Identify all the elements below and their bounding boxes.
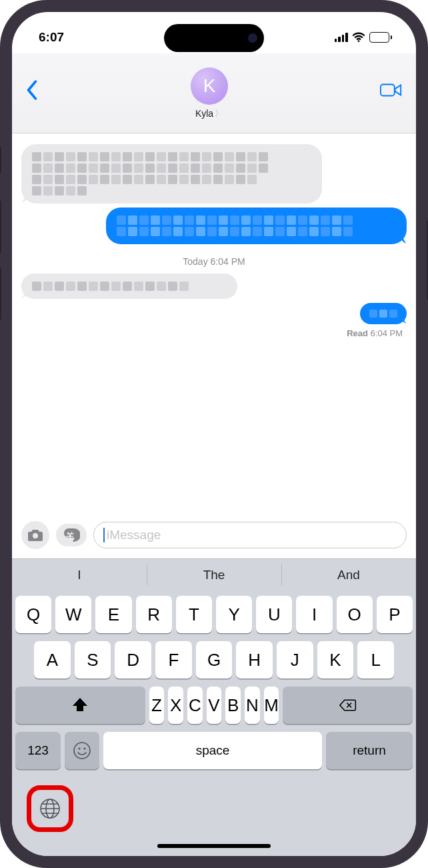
- highlight-annotation: [27, 785, 73, 832]
- wifi-icon: [352, 32, 365, 43]
- contact-info[interactable]: K Kyla 〉: [191, 67, 228, 119]
- home-indicator[interactable]: [157, 844, 271, 848]
- key-p[interactable]: P: [377, 596, 413, 633]
- message-placeholder: iMessage: [107, 528, 161, 542]
- message-bubble-sent: [106, 207, 407, 244]
- volume-up-button: [0, 200, 1, 254]
- key-q[interactable]: Q: [15, 596, 51, 633]
- svg-rect-0: [381, 84, 395, 95]
- keyboard-bottom-strip: [12, 776, 416, 856]
- key-t[interactable]: T: [176, 596, 212, 633]
- key-s[interactable]: S: [75, 641, 111, 679]
- cellular-signal-icon: [335, 33, 348, 42]
- key-u[interactable]: U: [256, 596, 292, 633]
- phone-frame: 6:07 24 K Kyla 〉: [0, 0, 428, 868]
- return-key[interactable]: return: [326, 732, 413, 769]
- svg-point-1: [33, 533, 38, 538]
- suggestion-2[interactable]: The: [147, 559, 281, 590]
- key-g[interactable]: G: [196, 641, 233, 679]
- shift-key[interactable]: [15, 687, 145, 724]
- key-v[interactable]: V: [207, 687, 222, 724]
- read-receipt: Read 6:04 PM: [25, 328, 403, 338]
- message-input-row: iMessage: [12, 517, 416, 558]
- key-x[interactable]: X: [168, 687, 183, 724]
- battery-icon: 24: [369, 32, 393, 43]
- space-key[interactable]: space: [103, 732, 322, 769]
- suggestion-3[interactable]: And: [281, 559, 416, 590]
- silent-switch: [0, 147, 1, 173]
- status-time: 6:07: [39, 30, 64, 45]
- emoji-key[interactable]: [65, 732, 99, 769]
- key-f[interactable]: F: [155, 641, 192, 679]
- volume-down-button: [0, 267, 1, 320]
- key-h[interactable]: H: [236, 641, 273, 679]
- apps-button[interactable]: [56, 524, 87, 546]
- message-bubble-received: [21, 274, 237, 299]
- key-n[interactable]: N: [245, 687, 260, 724]
- contact-name: Kyla: [195, 108, 213, 119]
- key-z[interactable]: Z: [149, 687, 165, 724]
- key-j[interactable]: J: [277, 641, 313, 679]
- key-w[interactable]: W: [55, 596, 91, 633]
- numbers-key[interactable]: 123: [15, 732, 61, 769]
- conversation-header: K Kyla 〉: [12, 53, 416, 133]
- globe-key[interactable]: [28, 787, 72, 831]
- key-k[interactable]: K: [317, 641, 354, 679]
- keyboard: QWERTYUIOP ASDFGHJKL ZXCVBNM 123 space r…: [12, 590, 416, 776]
- backspace-key[interactable]: [283, 687, 413, 724]
- timestamp-divider: Today 6:04 PM: [21, 256, 407, 267]
- dynamic-island: [164, 24, 264, 52]
- camera-button[interactable]: [21, 521, 49, 549]
- key-b[interactable]: B: [225, 687, 241, 724]
- key-m[interactable]: M: [264, 687, 279, 724]
- key-o[interactable]: O: [337, 596, 373, 633]
- key-d[interactable]: D: [115, 641, 151, 679]
- back-button[interactable]: [25, 80, 39, 103]
- contact-avatar: K: [191, 67, 228, 105]
- message-input[interactable]: iMessage: [93, 522, 407, 548]
- screen: 6:07 24 K Kyla 〉: [12, 12, 416, 856]
- facetime-button[interactable]: [380, 82, 403, 101]
- svg-point-4: [83, 747, 85, 749]
- key-r[interactable]: R: [136, 596, 172, 633]
- key-i[interactable]: I: [296, 596, 332, 633]
- key-l[interactable]: L: [357, 641, 394, 679]
- message-bubble-sent: [360, 303, 407, 324]
- key-y[interactable]: Y: [216, 596, 252, 633]
- key-a[interactable]: A: [34, 641, 71, 679]
- text-cursor: [103, 528, 105, 542]
- predictive-text-bar: I The And: [12, 558, 416, 590]
- svg-point-2: [74, 743, 90, 759]
- key-e[interactable]: E: [95, 596, 131, 633]
- chevron-right-icon: 〉: [215, 107, 223, 119]
- conversation-thread[interactable]: Today 6:04 PM Read 6:04 PM: [12, 133, 416, 517]
- svg-point-3: [78, 747, 80, 749]
- message-bubble-received: [21, 144, 322, 203]
- suggestion-1[interactable]: I: [12, 559, 147, 590]
- key-c[interactable]: C: [187, 687, 203, 724]
